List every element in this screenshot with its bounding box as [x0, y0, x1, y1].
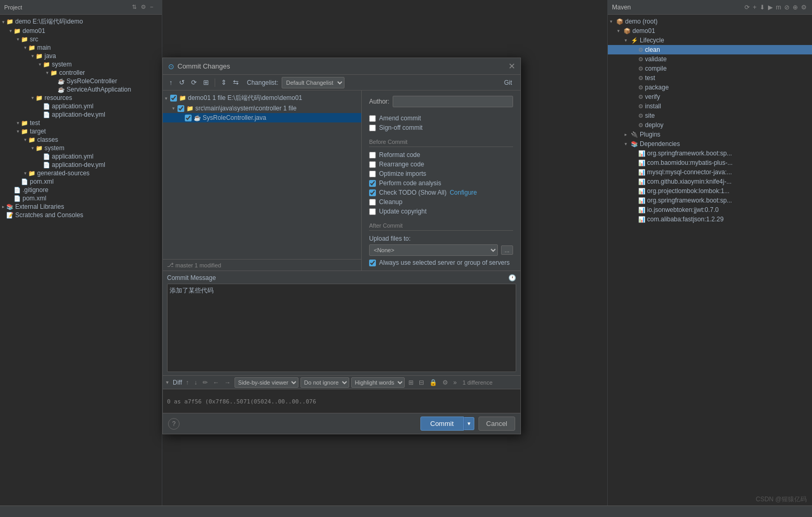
tree-item[interactable]: 📄application.yml	[0, 102, 162, 110]
tree-item[interactable]: ▾📁demo01	[0, 27, 162, 35]
maven-tree-item[interactable]: ▾📚Dependencies	[608, 139, 812, 149]
maven-tree-item[interactable]: 📊com.alibaba:fastjson:1.2.29	[608, 215, 812, 224]
tree-item[interactable]: 📄application-dev.yml	[0, 161, 162, 169]
maven-add-btn[interactable]: +	[752, 3, 758, 12]
diff-next-btn[interactable]: →	[223, 378, 232, 387]
update-copyright-row[interactable]: Update copyright	[369, 208, 513, 215]
toolbar-revert-btn[interactable]: ↺	[177, 77, 187, 87]
maven-tree-item[interactable]: ⚙install	[608, 102, 812, 111]
maven-tree-item[interactable]: 📊com.baomidou:mybatis-plus-...	[608, 158, 812, 167]
upload-browse-button[interactable]: ...	[501, 245, 513, 255]
maven-tree-item[interactable]: ▾⚡Lifecycle	[608, 36, 812, 45]
tree-item[interactable]: 📄application.yml	[0, 152, 162, 161]
configure-link[interactable]: Configure	[450, 189, 477, 196]
tree-item[interactable]: ▸📚External Libraries	[0, 203, 162, 211]
reformat-row[interactable]: Reformat code	[369, 151, 513, 159]
git-tab[interactable]: Git	[500, 78, 516, 87]
tree-item[interactable]: ▾📁main	[0, 43, 162, 52]
panel-minimize-icon[interactable]: −	[150, 4, 153, 10]
code-analysis-row[interactable]: Perform code analysis	[369, 179, 513, 187]
tree-item[interactable]: 📄application-dev.yml	[0, 110, 162, 119]
diff-lock-btn[interactable]: 🔒	[428, 378, 439, 387]
toolbar-move-btn[interactable]: ⇆	[231, 77, 241, 87]
diff-down-btn[interactable]: ↓	[193, 378, 199, 387]
tree-item[interactable]: ☕SysRoleController	[0, 77, 162, 85]
maven-tree-item[interactable]: 📊mysql:mysql-connector-java:...	[608, 167, 812, 177]
panel-adjust-icon[interactable]: ⇅	[132, 4, 137, 10]
maven-tree-item[interactable]: 📊org.springframework.boot:sp...	[608, 149, 812, 158]
file-tree-item[interactable]: ☕SysRoleController.java	[163, 113, 361, 122]
commit-history-icon[interactable]: 🕐	[508, 274, 516, 282]
rearrange-row[interactable]: Rearrange code	[369, 161, 513, 168]
diff-icon1-btn[interactable]: ⊞	[407, 378, 415, 387]
tree-item[interactable]: ▾📁src	[0, 35, 162, 43]
cancel-button[interactable]: Cancel	[479, 417, 515, 431]
amend-commit-checkbox[interactable]	[369, 115, 376, 122]
author-input[interactable]	[393, 96, 513, 107]
optimize-imports-checkbox[interactable]	[369, 171, 376, 177]
diff-prev-btn[interactable]: ←	[212, 378, 221, 387]
maven-tree-item[interactable]: ⚙validate	[608, 54, 812, 64]
maven-tree-item[interactable]: ▾📦demo01	[608, 26, 812, 36]
tree-item[interactable]: ▾📁classes	[0, 136, 162, 144]
maven-skip-btn[interactable]: ⊘	[783, 3, 791, 12]
tree-item[interactable]: 📄pom.xml	[0, 194, 162, 203]
diff-viewer-select[interactable]: Side-by-side viewer	[235, 377, 298, 388]
code-analysis-checkbox[interactable]	[369, 180, 376, 187]
reformat-code-checkbox[interactable]	[369, 152, 376, 159]
diff-more-btn[interactable]: »	[452, 378, 459, 387]
maven-tree-item[interactable]: ⚙test	[608, 73, 812, 83]
diff-up-btn[interactable]: ↑	[184, 378, 191, 387]
optimize-row[interactable]: Optimize imports	[369, 170, 513, 177]
tree-item[interactable]: ▾📁java	[0, 52, 162, 60]
tree-item[interactable]: 📄pom.xml	[0, 177, 162, 186]
maven-tree-item[interactable]: ⚙package	[608, 83, 812, 92]
upload-select[interactable]: <None>	[369, 244, 498, 256]
cleanup-checkbox[interactable]	[369, 199, 376, 206]
toolbar-expand-btn[interactable]: ⇕	[219, 77, 229, 87]
maven-collapse-btn[interactable]: ⊕	[792, 3, 799, 12]
tree-item[interactable]: ▾📁test	[0, 119, 162, 127]
maven-tree-item[interactable]: ⚙verify	[608, 92, 812, 102]
sign-off-checkbox[interactable]	[369, 125, 376, 131]
panel-gear-icon[interactable]: ⚙	[141, 4, 146, 10]
check-todo-row[interactable]: Check TODO (Show All) Configure	[369, 189, 513, 196]
diff-settings-btn[interactable]: ⚙	[441, 378, 450, 387]
maven-m-btn[interactable]: m	[775, 3, 782, 12]
diff-ignore-select[interactable]: Do not ignore	[301, 377, 349, 388]
sign-off-row[interactable]: Sign-off commit	[369, 124, 513, 131]
maven-tree-item[interactable]: 📊org.projectlombok:lombok:1...	[608, 186, 812, 196]
diff-edit-btn[interactable]: ✏	[201, 378, 209, 387]
maven-tree-item[interactable]: 📊io.jsonwebtoken:jjwt:0.7.0	[608, 205, 812, 215]
tree-item[interactable]: 📝Scratches and Consoles	[0, 211, 162, 219]
toolbar-refresh-btn[interactable]: ⟳	[189, 77, 199, 87]
commit-dropdown-button[interactable]: ▾	[464, 417, 474, 430]
maven-settings-btn[interactable]: ⚙	[800, 3, 808, 12]
file-tree-item[interactable]: ▾📁src\main\java\system\controller 1 file	[163, 104, 361, 113]
tree-item[interactable]: ▾📁controller	[0, 69, 162, 77]
maven-tree-item[interactable]: ▸🔌Plugins	[608, 130, 812, 139]
tree-item[interactable]: ▾📁system	[0, 144, 162, 152]
toolbar-group-btn[interactable]: ⊞	[201, 77, 211, 87]
rearrange-code-checkbox[interactable]	[369, 161, 376, 168]
maven-tree-item[interactable]: ⚙compile	[608, 64, 812, 73]
check-todo-checkbox[interactable]	[369, 189, 376, 196]
maven-tree-item[interactable]: ⚙clean	[608, 45, 812, 54]
always-use-row[interactable]: Always use selected server or group of s…	[369, 259, 513, 266]
maven-download-btn[interactable]: ⬇	[759, 3, 766, 12]
dialog-close-button[interactable]: ✕	[508, 61, 515, 71]
update-copyright-checkbox[interactable]	[369, 208, 376, 215]
tree-item[interactable]: 📄.gitignore	[0, 186, 162, 194]
tree-item[interactable]: ▾📁resources	[0, 94, 162, 102]
tree-item[interactable]: ▾📁generated-sources	[0, 169, 162, 177]
tree-item[interactable]: ▾📁target	[0, 127, 162, 136]
commit-message-textarea[interactable]	[167, 284, 516, 372]
tree-item[interactable]: ☕ServiceAuthApplication	[0, 85, 162, 94]
maven-tree-item[interactable]: ⚙deploy	[608, 120, 812, 130]
maven-tree-item[interactable]: ▾📦demo (root)	[608, 17, 812, 26]
tree-item[interactable]: ▾📁demo E:\后端代码\demo	[0, 17, 162, 27]
file-tree-item[interactable]: ▾📁demo01 1 file E:\后端代码\demo\demo01	[163, 93, 361, 104]
maven-tree-item[interactable]: 📊org.springframework.boot:sp...	[608, 196, 812, 205]
diff-expand-icon[interactable]: ▾	[166, 379, 169, 385]
always-use-checkbox[interactable]	[369, 260, 376, 266]
